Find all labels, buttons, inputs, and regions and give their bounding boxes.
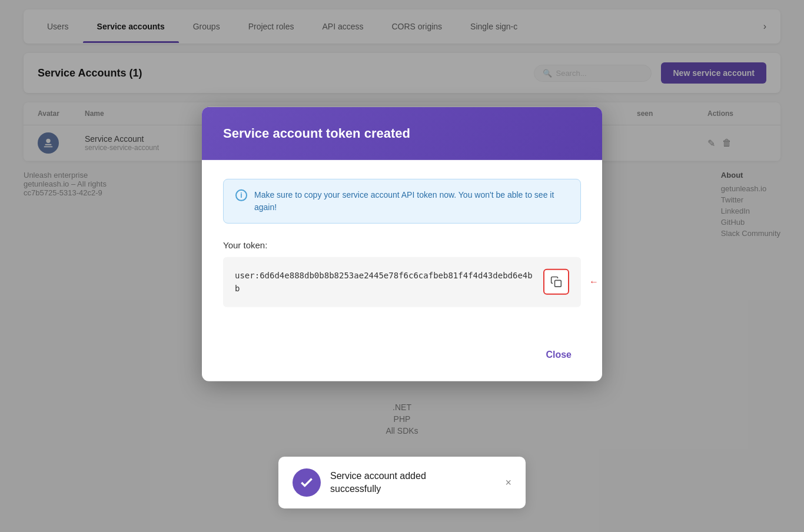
modal-close-button[interactable]: Close	[536, 345, 581, 365]
svg-rect-3	[555, 281, 562, 287]
modal-body: i Make sure to copy your service account…	[202, 160, 602, 345]
token-value: user:6d6d4e888db0b8b8253ae2445e78f6c6caf…	[235, 269, 536, 295]
token-label: Your token:	[223, 240, 581, 250]
info-box: i Make sure to copy your service account…	[223, 179, 581, 224]
token-created-modal: Service account token created i Make sur…	[202, 107, 602, 381]
toast-success-icon	[293, 468, 321, 497]
toast-close-button[interactable]: ×	[505, 477, 511, 489]
toast-notification: Service account addedsuccessfully ×	[278, 457, 526, 508]
info-message: Make sure to copy your service account A…	[254, 189, 569, 214]
copy-arrow-indicator: ←	[589, 277, 599, 287]
modal-header: Service account token created	[202, 107, 602, 160]
copy-token-button[interactable]	[543, 269, 569, 295]
modal-title: Service account token created	[223, 126, 581, 141]
token-box: user:6d6d4e888db0b8b8253ae2445e78f6c6caf…	[223, 257, 581, 307]
modal-footer: Close	[202, 345, 602, 381]
copy-btn-wrapper: ←	[543, 269, 569, 295]
info-icon: i	[235, 189, 247, 201]
toast-message: Service account addedsuccessfully	[330, 470, 426, 496]
